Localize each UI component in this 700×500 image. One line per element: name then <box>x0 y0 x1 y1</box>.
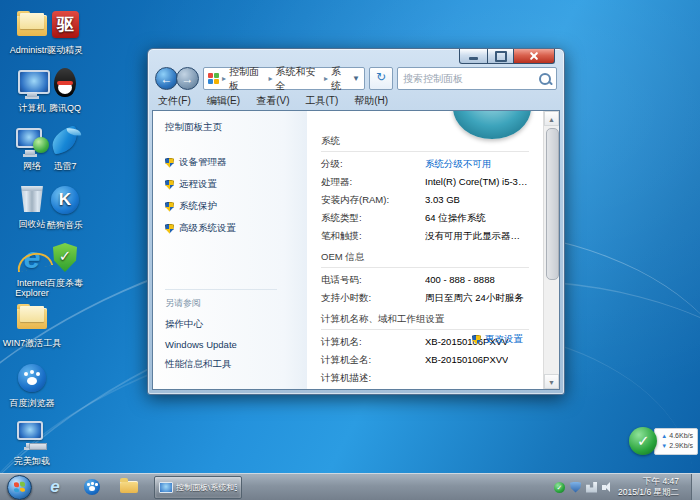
sidebar-item-remote-settings[interactable]: 远程设置 <box>165 178 307 191</box>
refresh-button[interactable]: ↻ <box>369 67 393 90</box>
taskbar-baidu-browser[interactable] <box>78 475 106 499</box>
menu-edit[interactable]: 编辑(E) <box>207 94 240 108</box>
sidebar-item-windows-update[interactable]: Windows Update <box>165 339 277 350</box>
sidebar-item-action-center[interactable]: 操作中心 <box>165 318 277 331</box>
sidebar-item-device-manager[interactable]: 设备管理器 <box>165 156 307 169</box>
sidebar-item-system-protection[interactable]: 系统保护 <box>165 200 307 213</box>
section-computer-name: 计算机名称、域和工作组设置 更改设置 计算机名: XB-20150106PXVV… <box>321 313 529 390</box>
sidebar-item-label: 高级系统设置 <box>179 222 236 235</box>
download-speed: 2.9Kb/s <box>669 442 693 449</box>
desktop-icon-baidu-browser[interactable]: 百度浏览器 <box>1 361 63 408</box>
forward-button[interactable]: → <box>176 67 199 90</box>
folder-icon <box>15 301 49 335</box>
section-header: 计算机名称、域和工作组设置 <box>321 313 529 330</box>
scrollbar-thumb[interactable] <box>546 128 559 280</box>
search-box[interactable]: 搜索控制面板 <box>397 67 557 90</box>
menu-bar: 文件(F) 编辑(E) 查看(V) 工具(T) 帮助(H) <box>158 94 388 108</box>
taskbar-task-button-system[interactable]: 控制面板\系统和安... <box>154 476 242 499</box>
control-panel-icon <box>208 73 219 84</box>
info-row: 笔和触摸: 没有可用于此显示器的笔或触控输入 <box>321 230 529 243</box>
system-window: ← → ▸ 控制面板 ▸ 系统和安全 ▸ 系统 ▼ ↻ 搜索控制面板 文件(F)… <box>147 48 565 395</box>
desktop-icon-label: 腾讯QQ <box>34 103 96 113</box>
uac-shield-icon <box>165 202 174 212</box>
desktop-icon-qq[interactable]: 腾讯QQ <box>34 66 96 113</box>
info-row: 电话号码: 400 - 888 - 8888 <box>321 274 529 287</box>
sidebar-item-performance-tools[interactable]: 性能信息和工具 <box>165 358 277 371</box>
taskbar-clock[interactable]: 下午 4:47 2015/1/6 星期二 <box>618 476 679 497</box>
menu-file[interactable]: 文件(F) <box>158 94 191 108</box>
close-button[interactable] <box>514 49 555 64</box>
breadcrumb-system[interactable]: 系统 <box>331 65 349 93</box>
maximize-button[interactable] <box>488 49 514 64</box>
desktop-icon-label: 百度浏览器 <box>1 398 63 408</box>
minimize-button[interactable] <box>459 49 488 64</box>
breadcrumb-control-panel[interactable]: 控制面板 <box>229 65 265 93</box>
rating-unavailable-link[interactable]: 系统分级不可用 <box>425 158 492 171</box>
net-speed-panel[interactable]: ▲4.6Kb/s ▼2.9Kb/s <box>654 428 698 455</box>
uac-shield-icon <box>165 158 174 168</box>
sidebar-item-advanced-settings[interactable]: 高级系统设置 <box>165 222 307 235</box>
kugou-music-icon: K <box>48 183 82 217</box>
taskbar: e 控制面板\系统和安... 下午 4:47 2015/1/6 星期二 <box>0 473 700 500</box>
tray-volume-icon[interactable] <box>602 482 613 493</box>
change-settings-link[interactable]: 更改设置 <box>472 333 523 346</box>
section-header: OEM 信息 <box>321 251 529 268</box>
upload-speed: 4.6Kb/s <box>669 432 693 439</box>
uninstall-icon <box>15 419 49 453</box>
address-bar[interactable]: ▸ 控制面板 ▸ 系统和安全 ▸ 系统 ▼ <box>203 67 365 90</box>
breadcrumb-arrow-icon: ▸ <box>268 74 272 83</box>
internet-explorer-icon: e <box>50 477 59 497</box>
info-row: 计算机描述: <box>321 372 529 385</box>
search-placeholder: 搜索控制面板 <box>403 72 463 86</box>
info-row: 分级: 系统分级不可用 <box>321 158 529 171</box>
antivirus-shield-icon <box>48 241 82 275</box>
info-row: 系统类型: 64 位操作系统 <box>321 212 529 225</box>
scroll-up-icon[interactable]: ▲ <box>544 111 559 126</box>
sidebar: 控制面板主页 设备管理器 远程设置 系统保护 高级系统设置 <box>153 111 307 389</box>
window-client-area: 控制面板主页 设备管理器 远程设置 系统保护 高级系统设置 <box>152 110 560 390</box>
folder-icon <box>120 481 138 493</box>
desktop: Administr... 计算机 网络 回收站 e Internet Explo… <box>0 0 700 500</box>
breadcrumb-arrow-icon: ▸ <box>324 74 328 83</box>
baidu-browser-icon <box>84 479 100 495</box>
taskbar-windows-explorer[interactable] <box>115 475 143 499</box>
breadcrumb-system-security[interactable]: 系统和安全 <box>275 65 320 93</box>
sidebar-item-control-panel-home[interactable]: 控制面板主页 <box>165 121 307 134</box>
clock-date: 2015/1/6 星期二 <box>618 487 679 498</box>
tray-action-center-icon[interactable] <box>570 482 581 493</box>
menu-tools[interactable]: 工具(T) <box>305 94 338 108</box>
vertical-scrollbar[interactable]: ▲ ▼ <box>543 111 559 389</box>
desktop-icon-driver-genius[interactable]: 驱 驱动精灵 <box>34 8 96 55</box>
address-dropdown-icon[interactable]: ▼ <box>352 74 360 83</box>
menu-view[interactable]: 查看(V) <box>256 94 289 108</box>
desktop-icon-kugou[interactable]: K 酷狗音乐 <box>34 183 96 230</box>
download-arrow-icon: ▼ <box>661 443 667 449</box>
uac-shield-icon <box>165 180 174 190</box>
sidebar-item-label: 远程设置 <box>179 178 217 191</box>
scroll-down-icon[interactable]: ▼ <box>544 374 559 389</box>
tray-security-ok-icon[interactable] <box>554 482 565 493</box>
taskbar-internet-explorer[interactable]: e <box>41 475 69 499</box>
desktop-icon-thunder[interactable]: 迅雷7 <box>34 124 96 171</box>
desktop-icon-label: WIN7激活工具 <box>1 338 63 348</box>
window-controls <box>459 49 555 64</box>
security-check-icon[interactable] <box>629 427 657 455</box>
desktop-icon-perfect-uninstall[interactable]: 完美卸载 <box>1 419 63 466</box>
tray-network-icon[interactable] <box>586 482 597 493</box>
desktop-icon-label: 酷狗音乐 <box>34 220 96 230</box>
info-row: 支持小时数: 周日至周六 24小时服务 <box>321 292 529 305</box>
net-speed-widget: ▲4.6Kb/s ▼2.9Kb/s <box>629 427 698 455</box>
info-row: 安装内存(RAM): 3.03 GB <box>321 194 529 207</box>
back-button[interactable]: ← <box>155 67 178 90</box>
menu-help[interactable]: 帮助(H) <box>354 94 388 108</box>
section-header: 系统 <box>321 135 529 152</box>
desktop-icon-win7-activator[interactable]: WIN7激活工具 <box>1 301 63 348</box>
sidebar-item-label: 系统保护 <box>179 200 217 213</box>
show-desktop-button[interactable] <box>691 474 700 500</box>
desktop-icon-baidu-antivirus[interactable]: 百度杀毒 <box>34 241 96 288</box>
info-row: 计算机全名: XB-20150106PXVV <box>321 354 529 367</box>
system-info-panel: 系统 分级: 系统分级不可用 处理器: Intel(R) Core(TM) i5… <box>307 111 543 389</box>
start-button[interactable] <box>7 475 32 500</box>
section-system: 系统 分级: 系统分级不可用 处理器: Intel(R) Core(TM) i5… <box>321 135 529 243</box>
see-also-header: 另请参阅 <box>165 289 277 310</box>
